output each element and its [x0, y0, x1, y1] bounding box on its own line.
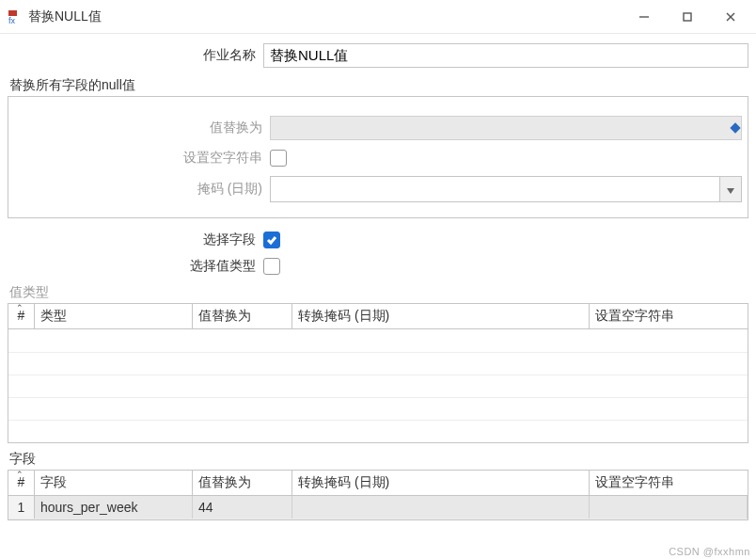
maximize-button[interactable]	[666, 1, 709, 33]
group-all-title: 替换所有字段的null值	[9, 77, 748, 94]
svg-marker-6	[727, 188, 734, 194]
value-type-table: ⌃# 类型 值替换为 转换掩码 (日期) 设置空字符串	[8, 303, 748, 443]
value-type-body[interactable]	[8, 329, 748, 442]
cell-field[interactable]: hours_per_week	[35, 496, 193, 519]
chevron-down-icon	[727, 182, 734, 197]
group-all-fields: 值替换为 设置空字符串 掩码 (日期)	[8, 96, 748, 218]
col-type-header[interactable]: 类型	[35, 304, 193, 328]
job-name-label: 作业名称	[8, 47, 263, 64]
row-index: 1	[8, 496, 35, 519]
table-row[interactable]: 1 hours_per_week 44	[8, 496, 748, 519]
window-title: 替换NULL值	[28, 8, 622, 25]
value-type-header: ⌃# 类型 值替换为 转换掩码 (日期) 设置空字符串	[8, 304, 748, 329]
mask-date-label: 掩码 (日期)	[14, 181, 270, 198]
caret-up-icon: ⌃	[16, 307, 24, 311]
svg-text:fx: fx	[8, 16, 16, 24]
minimize-button[interactable]	[622, 1, 666, 33]
mask-date-dropdown-button[interactable]	[719, 176, 742, 202]
col-field-header[interactable]: 字段	[35, 471, 193, 495]
select-field-checkbox[interactable]	[263, 232, 280, 248]
field-table-header: ⌃# 字段 值替换为 转换掩码 (日期) 设置空字符串	[8, 471, 748, 496]
col-replace-header2[interactable]: 值替换为	[193, 471, 292, 495]
cell-mask[interactable]	[292, 496, 590, 519]
empty-string-checkbox[interactable]	[270, 150, 287, 167]
select-type-checkbox[interactable]	[263, 258, 280, 275]
caret-up-icon: ⌃	[16, 473, 24, 477]
app-icon: fx	[8, 9, 23, 24]
cell-empty[interactable]	[590, 496, 748, 519]
col-empty-header[interactable]: 设置空字符串	[590, 304, 748, 328]
col-replace-header[interactable]: 值替换为	[193, 304, 292, 328]
variable-icon	[730, 122, 740, 133]
replace-with-input	[270, 116, 742, 140]
window-controls	[622, 1, 752, 33]
col-empty-header2[interactable]: 设置空字符串	[590, 471, 748, 495]
replace-with-label: 值替换为	[14, 120, 270, 136]
select-field-label: 选择字段	[8, 232, 263, 248]
field-table-title: 字段	[9, 451, 748, 468]
window-titlebar: fx 替换NULL值	[0, 0, 756, 34]
job-name-input[interactable]	[263, 43, 748, 68]
close-button[interactable]	[709, 1, 752, 33]
job-name-row: 作业名称	[8, 43, 748, 68]
field-table: ⌃# 字段 值替换为 转换掩码 (日期) 设置空字符串 1 hours_per_…	[8, 470, 748, 520]
watermark: CSDN @fxxhmn	[669, 546, 750, 557]
mask-date-field[interactable]	[270, 176, 719, 202]
empty-string-label: 设置空字符串	[14, 150, 270, 167]
field-table-body[interactable]: 1 hours_per_week 44	[8, 496, 748, 519]
svg-rect-3	[684, 13, 691, 21]
col-mask-header[interactable]: 转换掩码 (日期)	[292, 304, 590, 328]
col-mask-header2[interactable]: 转换掩码 (日期)	[292, 471, 590, 495]
cell-replace[interactable]: 44	[193, 496, 292, 519]
select-type-label: 选择值类型	[8, 258, 263, 275]
mask-date-combo[interactable]	[270, 176, 742, 202]
value-type-title: 值类型	[9, 284, 748, 301]
